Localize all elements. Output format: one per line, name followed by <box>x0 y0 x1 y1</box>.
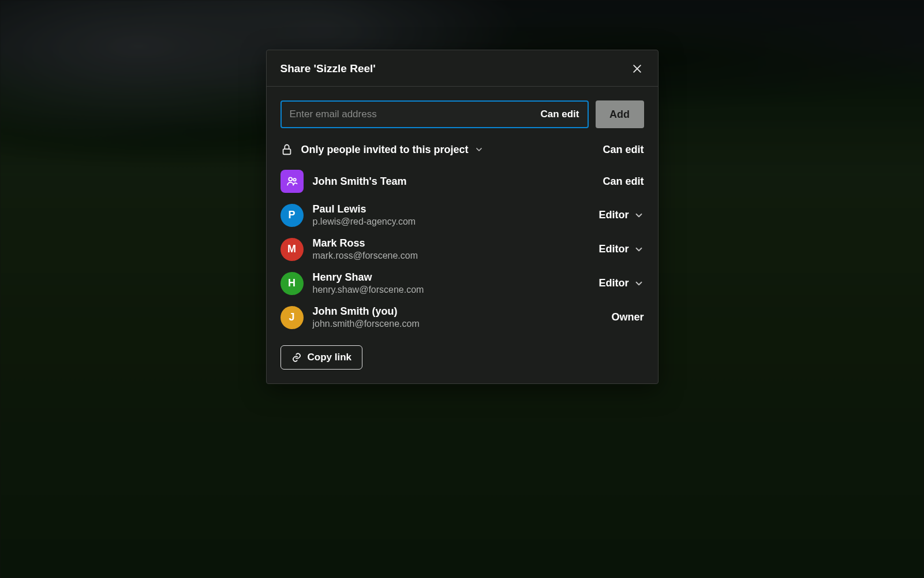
team-name: John Smith's Team <box>313 176 407 188</box>
member-row: PPaul Lewisp.lewis@red-agency.comEditor <box>280 203 644 227</box>
member-name: Paul Lewis <box>313 203 416 215</box>
chevron-down-icon <box>634 210 644 221</box>
dialog-body: Can edit Add Only people invited to this… <box>267 87 658 383</box>
dialog-header: Share 'Sizzle Reel' <box>267 50 658 87</box>
link-access-dropdown[interactable]: Only people invited to this project <box>301 144 484 156</box>
link-access-label: Only people invited to this project <box>301 144 469 156</box>
link-icon <box>291 352 302 363</box>
share-list: John Smith's Team Can edit PPaul Lewisp.… <box>280 166 644 329</box>
link-access-left: Only people invited to this project <box>280 143 484 156</box>
svg-point-4 <box>293 178 295 181</box>
team-icon <box>286 175 298 188</box>
member-role-dropdown[interactable]: Editor <box>599 209 644 221</box>
member-email: john.smith@forscene.com <box>313 319 420 329</box>
close-button[interactable] <box>630 62 644 76</box>
link-access-permission[interactable]: Can edit <box>603 144 644 156</box>
member-role-dropdown[interactable]: Editor <box>599 243 644 255</box>
member-role-dropdown[interactable]: Editor <box>599 277 644 289</box>
share-dialog: Share 'Sizzle Reel' Can edit Add Only pe… <box>266 50 659 384</box>
member-role-label: Owner <box>611 311 644 323</box>
member-role-label: Editor <box>599 243 629 255</box>
member-row: HHenry Shawhenry.shaw@forscene.comEditor <box>280 271 644 295</box>
member-avatar: M <box>280 238 304 261</box>
dialog-footer: Copy link <box>280 340 644 370</box>
member-email: p.lewis@red-agency.com <box>313 217 416 227</box>
member-email: mark.ross@forscene.com <box>313 251 418 261</box>
chevron-down-icon <box>474 145 484 154</box>
chevron-down-icon <box>634 244 644 255</box>
email-input-wrap[interactable]: Can edit <box>280 100 589 128</box>
svg-rect-2 <box>283 149 290 154</box>
member-name: John Smith (you) <box>313 305 420 318</box>
member-role-label: Editor <box>599 209 629 221</box>
team-row: John Smith's Team Can edit <box>280 170 644 193</box>
member-row: JJohn Smith (you)john.smith@forscene.com… <box>280 305 644 329</box>
chevron-down-icon <box>634 278 644 289</box>
member-avatar: H <box>280 272 304 295</box>
member-name: Henry Shaw <box>313 271 424 284</box>
svg-point-3 <box>289 177 292 181</box>
member-row: MMark Rossmark.ross@forscene.comEditor <box>280 237 644 261</box>
member-email: henry.shaw@forscene.com <box>313 285 424 295</box>
email-input[interactable] <box>290 109 541 120</box>
copy-link-button[interactable]: Copy link <box>280 345 363 370</box>
lock-icon <box>280 143 293 156</box>
invite-row: Can edit Add <box>280 100 644 128</box>
dialog-title: Share 'Sizzle Reel' <box>280 62 376 75</box>
copy-link-label: Copy link <box>308 352 352 363</box>
member-name: Mark Ross <box>313 237 418 249</box>
add-button[interactable]: Add <box>596 100 644 128</box>
member-avatar: J <box>280 306 304 329</box>
member-avatar: P <box>280 204 304 227</box>
link-access-row: Only people invited to this project Can … <box>280 139 644 156</box>
invite-permission-dropdown[interactable]: Can edit <box>540 109 579 120</box>
team-permission[interactable]: Can edit <box>603 176 644 188</box>
close-icon <box>631 63 643 74</box>
member-role-label: Editor <box>599 277 629 289</box>
team-avatar <box>280 170 304 193</box>
